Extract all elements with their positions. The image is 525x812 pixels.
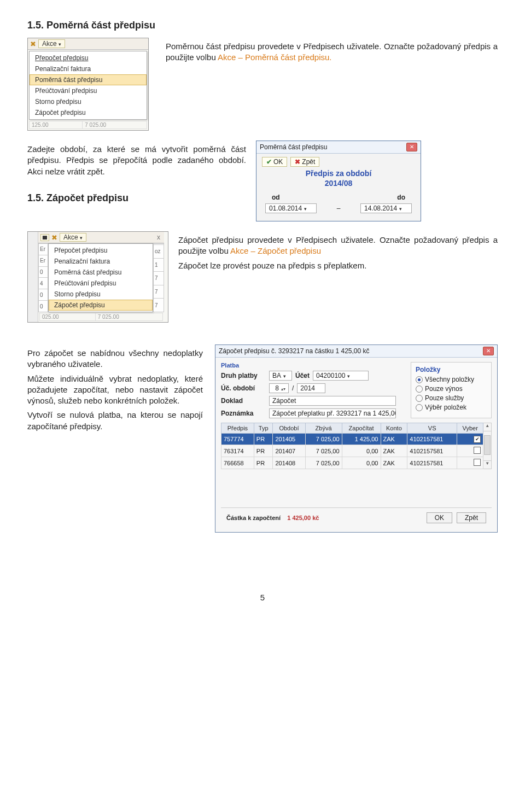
platba-label: Platba: [221, 362, 405, 369]
do-label: do: [397, 194, 405, 201]
table-row[interactable]: 757774 PR 201405 7 025,00 1 425,00 ZAK 4…: [221, 434, 483, 445]
screenshot-akce-menu-1: ✖ Akce ▾ Přepočet předpisu Penalizační f…: [27, 38, 149, 131]
dialog-title: Zápočet předpisu č. 3293217 na částku 1 …: [219, 347, 370, 355]
date-to-field[interactable]: 14.08.2014: [360, 203, 412, 213]
poznamka-label: Poznámka: [221, 410, 265, 417]
body-paragraph-7: Vytvoří se nulová platba, na kterou se n…: [27, 410, 203, 432]
menu-item-zapocet[interactable]: Zápočet předpisu: [30, 107, 147, 118]
menu-item-prepocet[interactable]: Přepočet předpisu: [49, 245, 153, 256]
close-icon[interactable]: ✕: [406, 143, 417, 151]
menu-item-storno[interactable]: Storno předpisu: [30, 96, 147, 107]
poznamka-field[interactable]: Zápočet přeplatku př. 3293217 na 1 425,0…: [269, 408, 396, 418]
menu-item-preuctovani[interactable]: Přeúčtování předpisu: [49, 278, 153, 289]
ucet-label: Účet: [295, 372, 310, 379]
screenshot-akce-menu-2: ⯀ ✖ Akce ▾ x Er Er 0 4 0 0: [27, 231, 168, 323]
vyber-checkbox[interactable]: [474, 436, 481, 443]
table-header-row: Předpis Typ Období Zbývá Započítat Konto…: [221, 423, 483, 434]
radio-vyber[interactable]: [416, 404, 423, 411]
section-1-5-title: 1.5. Poměrná část předpisu: [27, 20, 498, 31]
akce-button[interactable]: Akce ▾: [60, 233, 86, 242]
menu-item-pomerna[interactable]: Poměrná část předpisu: [30, 74, 147, 85]
uc-obdobi-month[interactable]: 8: [269, 383, 289, 393]
back-button[interactable]: Zpět: [457, 512, 486, 523]
menu-item-zapocet[interactable]: Zápočet předpisu: [49, 300, 153, 311]
radio-vynos[interactable]: [416, 385, 423, 393]
date-from-field[interactable]: 01.08.2014: [265, 203, 317, 213]
screenshot-period-dialog: Poměrná část předpisu ✕ ✔OK ✖Zpět Předpi…: [256, 141, 421, 221]
od-label: od: [272, 194, 280, 201]
radio-vsechny[interactable]: [416, 376, 423, 383]
page-number: 5: [27, 593, 498, 602]
body-paragraph-5: Pro zápočet se nabídnou všechny nedoplat…: [27, 348, 203, 370]
druh-platby-field[interactable]: BA: [269, 371, 292, 381]
ucet-field[interactable]: 04200100: [313, 371, 369, 381]
uc-obdobi-year[interactable]: 2014: [297, 383, 325, 393]
screenshot-offset-dialog: Zápočet předpisu č. 3293217 na částku 1 …: [215, 344, 498, 533]
menu-item-pomerna[interactable]: Poměrná část předpisu: [49, 267, 153, 278]
ok-button[interactable]: ✔OK: [262, 157, 287, 167]
polozky-group: Položky Všechny položky Pouze výnos Pouz…: [411, 362, 492, 418]
vyber-checkbox[interactable]: [474, 459, 481, 466]
body-paragraph-1: Poměrnou část předpisu provedete v Předp…: [166, 41, 498, 63]
body-paragraph-4: Zápočet lze provést pouze na předpis s p…: [178, 260, 498, 271]
menu-item-penalizacni[interactable]: Penalizační faktura: [49, 256, 153, 267]
akce-button[interactable]: Akce ▾: [38, 39, 65, 48]
body-paragraph-3: Zápočet předpisu provedete v Předpisech …: [178, 235, 498, 257]
radio-sluzby[interactable]: [416, 395, 423, 402]
grid-fragment: 125.00 7 025.00: [29, 121, 147, 129]
menu-item-preuctovani[interactable]: Přeúčtování předpisu: [30, 85, 147, 96]
table-row[interactable]: 766658 PR 201408 7 025,00 0,00 ZAK 41021…: [221, 457, 483, 469]
predpis-table: Předpis Typ Období Zbývá Započítat Konto…: [221, 423, 483, 469]
gear-icon: ✖: [51, 233, 57, 242]
dialog-title: Poměrná část předpisu: [260, 143, 327, 151]
close-icon[interactable]: ✕: [483, 347, 494, 355]
footer-label: Částka k započtení: [226, 515, 281, 521]
menu-item-penalizacni[interactable]: Penalizační faktura: [30, 63, 147, 74]
menu-item-storno[interactable]: Storno předpisu: [49, 289, 153, 300]
doklad-label: Doklad: [221, 397, 265, 405]
ok-button[interactable]: OK: [427, 512, 452, 523]
table-row[interactable]: 763174 PR 201407 7 025,00 0,00 ZAK 41021…: [221, 445, 483, 457]
doklad-field[interactable]: Zápočet: [269, 396, 396, 406]
menu-item-prepocet[interactable]: Přepočet předpisu: [30, 52, 147, 63]
footer-amount: 1 425,00 kč: [287, 515, 319, 521]
gear-icon: ✖: [30, 40, 36, 48]
section-1-5-zapocet-title: 1.5. Zápočet předpisu: [27, 192, 246, 204]
body-paragraph-6: Můžete individuálně vybrat nedoplatky, k…: [27, 373, 203, 407]
vyber-checkbox[interactable]: [474, 447, 481, 454]
scrollbar[interactable]: ▲ ▼: [483, 423, 492, 469]
druh-platby-label: Druh platby: [221, 372, 265, 379]
body-paragraph-2: Zadejte období, za které se má vytvořit …: [27, 144, 246, 177]
tab-handle[interactable]: ⯀: [40, 234, 49, 241]
close-x[interactable]: x: [155, 233, 162, 241]
back-button[interactable]: ✖Zpět: [290, 157, 319, 167]
uc-obdobi-label: Úč. období: [221, 384, 265, 392]
